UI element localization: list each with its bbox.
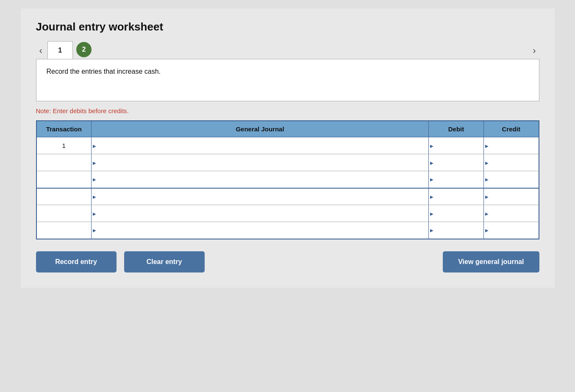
transaction-cell — [36, 188, 92, 205]
credit-input[interactable] — [484, 205, 539, 222]
header-transaction: Transaction — [36, 121, 92, 137]
debit-cell[interactable] — [429, 188, 484, 205]
general-journal-cell[interactable] — [92, 188, 429, 205]
transaction-cell — [36, 205, 92, 222]
general-journal-input[interactable] — [92, 189, 428, 205]
general-journal-cell[interactable] — [92, 205, 429, 222]
header-credit: Credit — [484, 121, 539, 137]
next-tab-button[interactable]: › — [529, 44, 539, 58]
prev-tab-button[interactable]: ‹ — [36, 44, 46, 58]
record-entry-button[interactable]: Record entry — [36, 251, 117, 272]
table-row — [36, 154, 539, 171]
table-row — [36, 188, 539, 205]
general-journal-cell[interactable] — [92, 137, 429, 154]
debit-cell[interactable] — [429, 154, 484, 171]
general-journal-input[interactable] — [92, 171, 428, 188]
debit-input[interactable] — [429, 222, 483, 239]
note-text: Note: Enter debits before credits. — [36, 107, 539, 114]
instruction-box: Record the entries that increase cash. — [36, 59, 539, 101]
table-row — [36, 171, 539, 188]
credit-cell[interactable] — [484, 222, 539, 239]
debit-input[interactable] — [429, 189, 483, 205]
credit-input[interactable] — [484, 137, 539, 154]
credit-cell[interactable] — [484, 188, 539, 205]
general-journal-input[interactable] — [92, 137, 428, 154]
general-journal-input[interactable] — [92, 222, 428, 239]
debit-input[interactable] — [429, 154, 483, 171]
general-journal-cell[interactable] — [92, 222, 429, 239]
table-header-row: Transaction General Journal Debit Credit — [36, 121, 539, 137]
transaction-cell — [36, 222, 92, 239]
credit-cell[interactable] — [484, 154, 539, 171]
instruction-text: Record the entries that increase cash. — [47, 68, 161, 75]
credit-input[interactable] — [484, 154, 539, 171]
credit-cell[interactable] — [484, 171, 539, 188]
debit-cell[interactable] — [429, 171, 484, 188]
buttons-row: Record entry Clear entry View general jo… — [36, 251, 539, 272]
credit-input[interactable] — [484, 171, 539, 188]
tabs-row: ‹ 1 2 › — [36, 41, 539, 59]
header-debit: Debit — [429, 121, 484, 137]
transaction-cell: 1 — [36, 137, 92, 154]
table-row: 1 — [36, 137, 539, 154]
clear-entry-button[interactable]: Clear entry — [124, 251, 205, 272]
tab-2-badge[interactable]: 2 — [76, 42, 92, 57]
page-title: Journal entry worksheet — [36, 20, 539, 33]
credit-cell[interactable] — [484, 137, 539, 154]
debit-input[interactable] — [429, 171, 483, 188]
general-journal-cell[interactable] — [92, 154, 429, 171]
transaction-cell — [36, 171, 92, 188]
credit-input[interactable] — [484, 222, 539, 239]
debit-cell[interactable] — [429, 205, 484, 222]
debit-input[interactable] — [429, 137, 483, 154]
credit-input[interactable] — [484, 189, 539, 205]
general-journal-cell[interactable] — [92, 171, 429, 188]
view-general-journal-button[interactable]: View general journal — [443, 251, 539, 272]
table-row — [36, 222, 539, 239]
debit-input[interactable] — [429, 205, 483, 222]
tab-1[interactable]: 1 — [47, 41, 73, 59]
main-container: Journal entry worksheet ‹ 1 2 › Record t… — [21, 8, 555, 288]
debit-cell[interactable] — [429, 137, 484, 154]
debit-cell[interactable] — [429, 222, 484, 239]
general-journal-input[interactable] — [92, 154, 428, 171]
credit-cell[interactable] — [484, 205, 539, 222]
table-row — [36, 205, 539, 222]
transaction-cell — [36, 154, 92, 171]
general-journal-input[interactable] — [92, 205, 428, 222]
journal-table: Transaction General Journal Debit Credit… — [36, 120, 539, 239]
header-general-journal: General Journal — [92, 121, 429, 137]
